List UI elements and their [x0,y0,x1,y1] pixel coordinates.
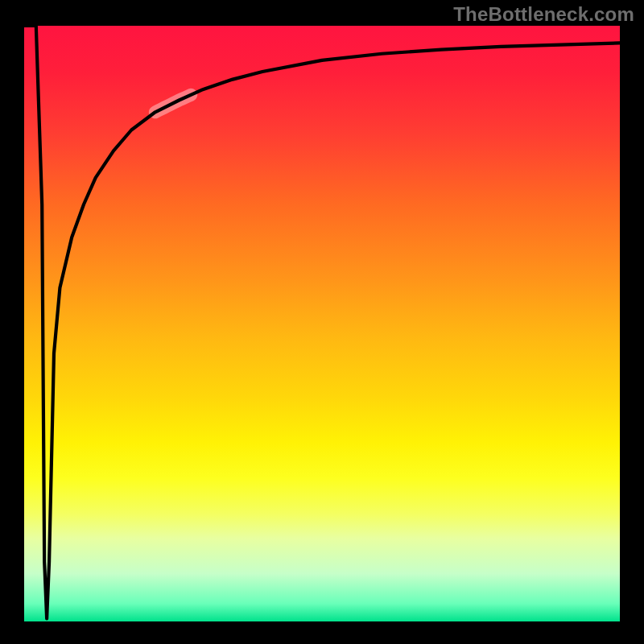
chart-frame: TheBottleneck.com [0,0,644,644]
curve-main [24,26,620,618]
bottleneck-curve-svg [24,26,620,621]
watermark-text: TheBottleneck.com [453,3,634,26]
